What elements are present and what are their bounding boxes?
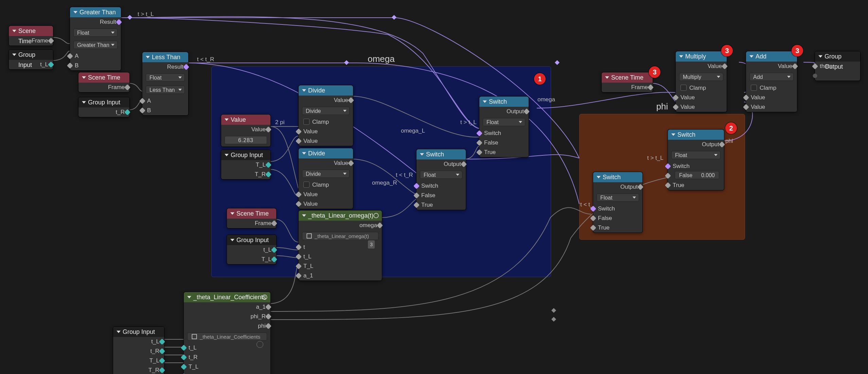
node-header[interactable]: Switch (479, 97, 529, 107)
node-header[interactable]: Value (221, 115, 270, 125)
input-TR: T_R (184, 372, 270, 374)
node-header[interactable]: Divide (299, 85, 353, 96)
dropdown-type[interactable]: Float (483, 118, 525, 126)
input-value-2: Value (299, 136, 353, 146)
node-header[interactable]: Group Output (815, 51, 860, 62)
input-false[interactable]: False0.000 (668, 171, 724, 181)
dropdown-type[interactable]: Float (597, 193, 639, 202)
badge-2: 2 (725, 122, 737, 134)
node-header[interactable]: Group Input (9, 50, 53, 60)
input-tR: t_R (184, 353, 270, 362)
node-less-than[interactable]: Less Than Result Float Less Than A B (142, 52, 189, 116)
node-header[interactable]: Group Input (113, 327, 164, 337)
node-group-input-4[interactable]: Group Input t_L T_L (227, 235, 277, 265)
node-switch-inner[interactable]: Switch Output Float Switch False True (416, 149, 466, 210)
output-TR: T_R (113, 366, 164, 374)
node-group-output[interactable]: Group Output theta (815, 51, 861, 81)
node-switch-phi-outer[interactable]: Switch Output Float Switch False0.000 Tr… (668, 129, 724, 190)
output-phiR: phi_R (184, 312, 270, 321)
node-multiply[interactable]: Multiply Value Multiply Clamp Value Valu… (675, 51, 727, 112)
output-tL: t_L (113, 337, 164, 346)
node-group-input-2[interactable]: Group Input t_R (78, 97, 130, 117)
node-scene-time-4[interactable]: Scene Time Frame (601, 72, 653, 92)
node-scene-time-3[interactable]: Scene Time Frame (227, 208, 277, 228)
output-result: Result (70, 17, 121, 27)
dropdown-op[interactable]: Divide (302, 170, 350, 178)
output-frame: Frame (78, 83, 129, 92)
node-greater-than[interactable]: Greater Than Result Float Greater Than A… (70, 7, 121, 71)
node-theta-linear-coefficients[interactable]: _theta_Linear_Coefficients a_1 phi_R phi… (183, 292, 271, 374)
node-header[interactable]: Divide (299, 148, 353, 158)
node-header[interactable]: Multiply (676, 51, 727, 62)
node-header[interactable]: Group Input (221, 150, 270, 160)
input-tL: t_L (299, 252, 382, 261)
label-t-gt-tL: t > t_L (138, 11, 154, 18)
frame-phi-title: phi (656, 101, 668, 112)
dropdown-op[interactable]: Less Than (146, 86, 185, 94)
node-header[interactable]: Switch (593, 172, 642, 182)
badge-3a: 3 (649, 66, 660, 78)
input-clamp[interactable]: Clamp (299, 117, 353, 127)
node-header[interactable]: Switch (668, 130, 724, 140)
gear-icon[interactable] (262, 294, 268, 300)
dropdown-op[interactable]: Divide (302, 107, 350, 115)
input-TL: T_L (184, 362, 270, 372)
node-scene-time-2[interactable]: Scene Time Frame (78, 72, 130, 92)
dropdown-op[interactable]: Add (749, 73, 794, 81)
input-clamp[interactable]: Clamp (676, 83, 727, 93)
dropdown-type[interactable]: Float (73, 29, 118, 37)
node-header[interactable]: Scene Time (9, 26, 53, 36)
node-theta-linear-omega[interactable]: _theta_Linear_omega(t) omega _theta_Line… (298, 210, 382, 281)
node-switch-phi-inner[interactable]: Switch Output Float Switch False True (593, 172, 643, 233)
node-group-input-3[interactable]: Group Input T_L T_R (221, 150, 271, 180)
node-header[interactable]: Switch (417, 149, 466, 159)
output-tL: t_L (227, 245, 276, 255)
input-b: B (70, 61, 121, 70)
node-header[interactable]: Scene Time (78, 72, 129, 83)
output-tL: t_L (9, 60, 53, 69)
input-value-1: Value (299, 190, 353, 199)
node-group-input-1[interactable]: Group Input t_L (8, 49, 53, 70)
node-header[interactable]: Add (746, 51, 797, 62)
node-header[interactable]: Group Input (227, 235, 276, 245)
node-header[interactable]: Group Input (78, 97, 129, 107)
node-header[interactable]: Scene Time (602, 72, 653, 83)
output-TR: T_R (221, 170, 270, 179)
false-value-field: False0.000 (675, 171, 719, 179)
dropdown-op[interactable]: Multiply (679, 73, 723, 81)
node-add[interactable]: Add Value Add Clamp Value Value (746, 51, 797, 112)
output-a1: a_1 (184, 302, 270, 312)
input-b: B (142, 106, 188, 115)
input-clamp[interactable]: Clamp (299, 180, 353, 190)
node-group-input-5[interactable]: Group Input t_L t_R T_L T_R (113, 326, 164, 374)
dropdown-type[interactable]: Float (146, 73, 185, 82)
value-field[interactable]: 6.283 (225, 136, 267, 144)
node-header[interactable]: _theta_Linear_Coefficients (184, 292, 270, 302)
dropdown-type[interactable]: Float (671, 151, 721, 159)
node-header[interactable]: Greater Than (70, 7, 121, 17)
node-value[interactable]: Value Value 6.283 (221, 114, 271, 147)
node-header[interactable]: _theta_Linear_omega(t) (299, 210, 382, 221)
input-value-2: Value (299, 199, 353, 209)
svg-rect-4 (551, 308, 556, 313)
dropdown-type[interactable]: Float (420, 171, 462, 179)
input-clamp[interactable]: Clamp (746, 83, 797, 93)
group-selector[interactable]: _theta_Linear_Coefficients (187, 333, 267, 341)
badge-1: 1 (534, 73, 546, 85)
node-scene-time-1[interactable]: Scene Time Frame (8, 26, 53, 46)
node-header[interactable]: Scene Time (227, 208, 276, 219)
input-theta: theta (815, 62, 860, 71)
gear-icon[interactable] (373, 213, 379, 219)
input-switch: Switch (668, 162, 724, 171)
output: Output (668, 140, 724, 149)
node-switch-omega[interactable]: Switch Output Float Switch False True (479, 96, 529, 157)
node-header[interactable]: Less Than (142, 52, 188, 62)
node-divide-2[interactable]: Divide Value Divide Clamp Value Value (298, 148, 353, 209)
dropdown-op[interactable]: Greater Than (73, 41, 118, 49)
output-tR: t_R (78, 107, 129, 117)
svg-rect-0 (127, 15, 132, 20)
group-selector[interactable]: _theta_Linear_omega(t)3 (302, 232, 378, 240)
output-value: Value (299, 96, 353, 105)
node-divide-1[interactable]: Divide Value Divide Clamp Value Value (298, 85, 353, 146)
input-a: A (142, 96, 188, 106)
